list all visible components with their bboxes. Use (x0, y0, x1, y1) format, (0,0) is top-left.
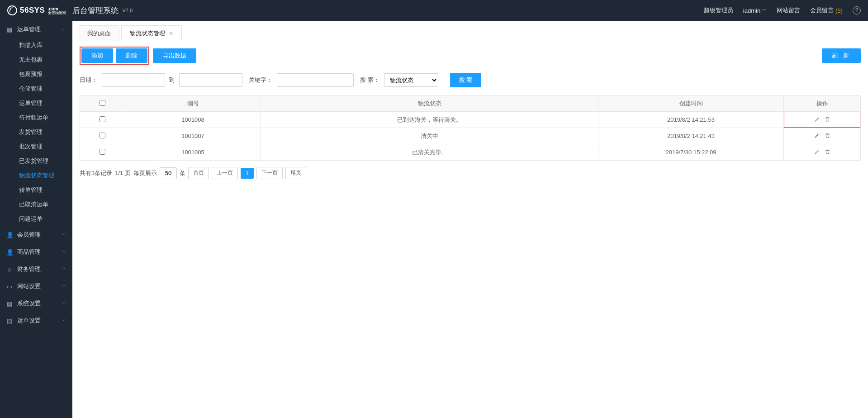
menu-group-6[interactable]: ▤ 运单设置 ﹀ (0, 312, 72, 329)
tab-label: 我的桌面 (87, 29, 111, 38)
per-page-input[interactable] (160, 167, 177, 179)
row-id: 1001008 (125, 112, 261, 128)
next-page-button[interactable]: 下一页 (256, 167, 283, 179)
row-action-cell (784, 112, 861, 128)
menu-group-3[interactable]: ⌂ 财务管理 ﹀ (0, 261, 72, 278)
member-msg-label: 会员留言 (810, 6, 834, 14)
pagination: 共有3条记录 1/1 页 每页展示 条 首页 上一页 1 下一页 尾页 (80, 167, 861, 179)
menu-group-label: 网站设置 (17, 282, 41, 290)
sidebar-item-2[interactable]: 包裹预报 (0, 67, 72, 81)
search-type-select[interactable]: 物流状态 (384, 73, 438, 87)
edit-icon[interactable] (814, 116, 820, 124)
chevron-down-icon: ﹀ (762, 7, 767, 14)
sidebar-item-3[interactable]: 仓储管理 (0, 81, 72, 96)
user-dropdown[interactable]: iadmin ﹀ (743, 7, 767, 14)
sidebar-item-11[interactable]: 已取消运单 (0, 197, 72, 212)
sidebar-item-5[interactable]: 待付款运单 (0, 110, 72, 125)
row-checkbox-cell (80, 128, 125, 144)
delete-icon[interactable] (825, 116, 830, 124)
menu-group-label: 商品管理 (17, 248, 41, 256)
date-from-input[interactable] (102, 73, 165, 87)
sidebar-item-1[interactable]: 无主包裹 (0, 52, 72, 67)
keyword-label: 关键字： (249, 76, 272, 84)
menu-group-icon: ▭ (6, 283, 13, 290)
row-checkbox[interactable] (100, 133, 105, 138)
row-checkbox-cell (80, 144, 125, 161)
chevron-icon: ﹀ (62, 300, 66, 307)
menu-group-icon: ▤ (6, 318, 13, 324)
menu-group-icon: ▤ (6, 26, 13, 33)
logo-text: 56SYS (20, 6, 45, 15)
logo-suffix: .com (47, 6, 66, 11)
menu-group-label: 运单管理 (17, 25, 41, 33)
export-button[interactable]: 导出数据 (153, 48, 196, 63)
menu-group-icon: 👤 (6, 232, 13, 238)
tab-1[interactable]: 物流状态管理✕ (121, 25, 182, 41)
menu-group-icon: 👤 (6, 249, 13, 256)
menu-group-2[interactable]: 👤 商品管理 ﹀ (0, 243, 72, 261)
tabs-bar: 我的桌面物流状态管理✕ (72, 21, 868, 41)
chevron-icon: ﹀ (62, 249, 66, 255)
date-label: 日期： (80, 76, 97, 84)
main-area: 我的桌面物流状态管理✕ 添加 删除 导出数据 刷 新 日期： 到 关键字： 搜 (72, 21, 868, 418)
menu-group-icon: ▤ (6, 300, 13, 307)
logo-sub: 全景物流网 (48, 11, 66, 15)
row-id: 1001007 (125, 128, 261, 144)
help-icon[interactable]: ? (853, 6, 861, 14)
menu-group-label: 财务管理 (17, 265, 41, 273)
delete-button[interactable]: 删除 (116, 48, 147, 63)
member-message-link[interactable]: 会员留言 (5) (810, 6, 843, 14)
first-page-button[interactable]: 首页 (188, 167, 209, 179)
table-row: 1001005 已清关完毕。 2019/7/30 15:22:09 (80, 144, 861, 161)
per-page-label: 每页展示 (133, 169, 157, 177)
last-page-button[interactable]: 尾页 (285, 167, 306, 179)
sidebar-item-9[interactable]: 物流状态管理 (0, 168, 72, 183)
tab-close-icon[interactable]: ✕ (169, 30, 173, 37)
select-all-checkbox[interactable] (100, 100, 105, 106)
search-type-label: 搜 索： (360, 76, 379, 84)
edit-icon[interactable] (814, 133, 820, 140)
tab-0[interactable]: 我的桌面 (79, 25, 119, 41)
sidebar-item-4[interactable]: 运单管理 (0, 96, 72, 110)
sidebar-item-8[interactable]: 已发货管理 (0, 154, 72, 168)
edit-icon[interactable] (814, 149, 820, 156)
table-row: 1001007 清关中 2019/8/2 14:21:43 (80, 128, 861, 144)
sidebar-item-6[interactable]: 发货管理 (0, 125, 72, 139)
search-button[interactable]: 搜 索 (450, 73, 482, 87)
sidebar-item-0[interactable]: 扫描入库 (0, 38, 72, 52)
row-checkbox-cell (80, 112, 125, 128)
per-page-unit: 条 (180, 169, 185, 177)
row-checkbox[interactable] (100, 149, 105, 155)
menu-group-5[interactable]: ▤ 系统设置 ﹀ (0, 295, 72, 312)
sidebar-item-7[interactable]: 批次管理 (0, 139, 72, 154)
sidebar-item-12[interactable]: 问题运单 (0, 212, 72, 226)
date-to-input[interactable] (179, 73, 242, 87)
menu-group-4[interactable]: ▭ 网站设置 ﹀ (0, 278, 72, 295)
page-1-button[interactable]: 1 (241, 168, 254, 179)
header-time: 创建时间 (598, 96, 784, 112)
user-role: 超级管理员 (704, 6, 733, 14)
header-right: 超级管理员 iadmin ﹀ 网站留言 会员留言 (5) ? (704, 6, 861, 14)
header-status: 物流状态 (261, 96, 598, 112)
row-checkbox[interactable] (100, 116, 105, 122)
delete-icon[interactable] (825, 133, 830, 140)
delete-icon[interactable] (825, 149, 830, 156)
table-row: 1001008 已到达海关，等待清关。 2019/8/2 14:21:53 (80, 112, 861, 128)
menu-group-0[interactable]: ▤ 运单管理 ︿ (0, 21, 72, 38)
add-button[interactable]: 添加 (81, 48, 113, 63)
data-table: 编号 物流状态 创建时间 操作 1001008 已到达海关，等待清关。 2019… (80, 95, 861, 161)
prev-page-button[interactable]: 上一页 (212, 167, 238, 179)
page-indicator: 1/1 页 (115, 169, 131, 177)
refresh-button[interactable]: 刷 新 (822, 48, 861, 63)
site-message-link[interactable]: 网站留言 (777, 6, 800, 14)
menu-group-1[interactable]: 👤 会员管理 ﹀ (0, 226, 72, 243)
keyword-input[interactable] (277, 73, 354, 87)
chevron-icon: ﹀ (62, 283, 66, 290)
sidebar-item-10[interactable]: 转单管理 (0, 183, 72, 197)
row-status: 已清关完毕。 (261, 144, 598, 161)
menu-group-icon: ⌂ (6, 266, 13, 273)
system-version: V7.0 (122, 8, 133, 13)
menu-group-label: 系统设置 (17, 299, 41, 308)
filter-row: 日期： 到 关键字： 搜 索： 物流状态 搜 索 (80, 73, 861, 87)
chevron-icon: ﹀ (62, 318, 66, 324)
